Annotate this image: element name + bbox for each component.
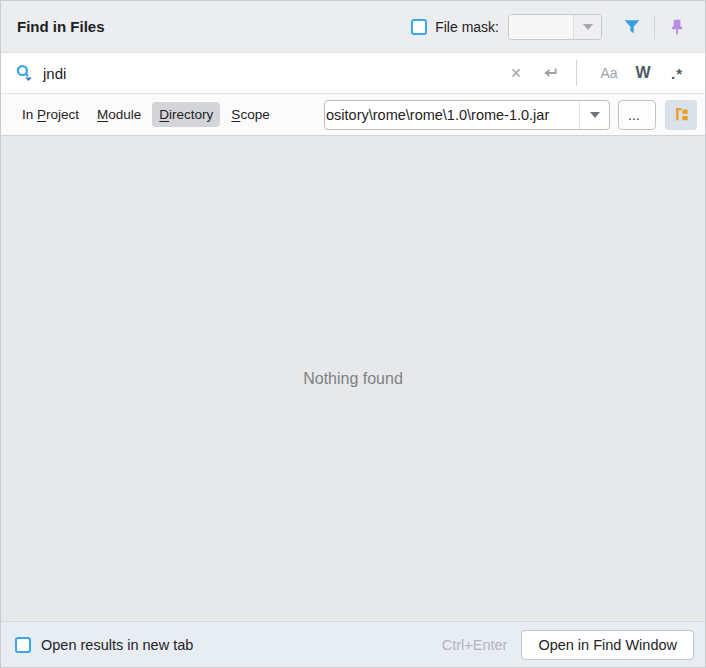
scope-selector-row: In Project Module Directory Scope ositor… [1,94,705,136]
search-query-text[interactable]: jndi [43,65,66,82]
header-separator [654,15,655,39]
filter-button[interactable] [618,13,646,41]
tab-label-part: odule [108,107,141,122]
chevron-down-icon [590,112,600,118]
whole-words-icon: W [635,64,650,82]
dialog-footer: Open results in new tab Ctrl+Enter Open … [1,621,705,667]
close-icon: × [511,64,522,82]
tab-label-part: roject [46,107,79,122]
directory-dropdown-button[interactable] [579,101,609,129]
scope-tab-in-project[interactable]: In Project [15,102,86,127]
file-mask-checkbox[interactable] [411,19,427,35]
search-toolbar-separator [576,60,577,86]
file-mask-combobox[interactable] [508,14,602,40]
clear-search-button[interactable]: × [502,59,530,87]
directory-tree-icon [673,106,690,123]
file-mask-value[interactable] [509,15,573,39]
directory-path-combobox[interactable]: ository\rome\rome\1.0\rome-1.0.jar [324,100,610,130]
tab-label-part: irectory [169,107,213,122]
shortcut-hint: Ctrl+Enter [442,637,508,653]
newline-arrow-icon [541,64,559,82]
open-results-new-tab-label: Open results in new tab [41,637,193,653]
search-field-row[interactable]: jndi × Aa W .* [1,53,705,94]
empty-results-message: Nothing found [303,370,403,388]
ellipsis-icon: ... [628,107,640,123]
scope-tab-module[interactable]: Module [90,102,148,127]
open-in-find-window-button[interactable]: Open in Find Window [521,630,694,660]
results-area: Nothing found [1,136,705,621]
pin-icon [668,18,686,36]
tab-label-part: In [22,107,37,122]
file-mask-label: File mask: [435,19,499,35]
search-recursively-toggle[interactable] [665,100,697,130]
dialog-title: Find in Files [17,18,105,35]
find-in-files-dialog: Find in Files File mask: [0,0,706,668]
tab-mnemonic: P [37,107,46,122]
scope-tab-scope[interactable]: Scope [224,102,276,127]
tab-label-part: cope [240,107,269,122]
regex-toggle[interactable]: .* [663,59,691,87]
open-results-new-tab-checkbox[interactable] [15,637,31,653]
scope-tab-directory[interactable]: Directory [152,102,220,127]
directory-path-value[interactable]: ository\rome\rome\1.0\rome-1.0.jar [325,101,579,129]
file-mask-dropdown-button[interactable] [573,15,601,39]
directory-path-text: ository\rome\rome\1.0\rome-1.0.jar [326,107,549,123]
search-with-history-icon[interactable] [15,64,33,82]
dialog-header: Find in Files File mask: [1,1,705,53]
whole-words-toggle[interactable]: W [629,59,657,87]
browse-directory-button[interactable]: ... [618,100,656,130]
chevron-down-icon [583,24,593,30]
pin-window-button[interactable] [663,13,691,41]
tab-mnemonic: D [159,107,169,122]
filter-funnel-icon [623,18,641,36]
insert-newline-button[interactable] [536,59,564,87]
tab-mnemonic: M [97,107,108,122]
match-case-icon: Aa [600,65,617,81]
regex-icon: .* [671,65,683,82]
match-case-toggle[interactable]: Aa [595,59,623,87]
